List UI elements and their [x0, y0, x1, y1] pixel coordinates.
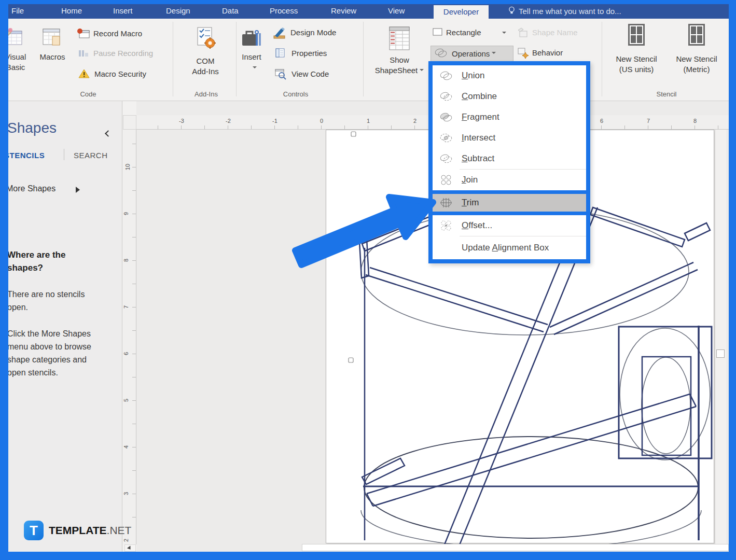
ruler-number: 1	[367, 118, 370, 124]
new-stencil-us-label2: (US units)	[605, 64, 668, 75]
rectangle-label: Rectangle	[446, 28, 481, 37]
template-net-watermark: T TEMPLATE.NET	[24, 521, 131, 540]
com-addins-label: COM	[185, 56, 226, 66]
dropdown-caret-icon	[253, 66, 257, 71]
macro-security-label: Macro Security	[94, 69, 146, 78]
offset-icon	[439, 220, 453, 231]
com-addins-icon	[193, 25, 218, 52]
dropdown-caret-icon	[502, 32, 506, 36]
tab-view[interactable]: View	[388, 6, 405, 15]
tab-review[interactable]: Review	[331, 6, 356, 15]
tab-divider	[64, 149, 64, 160]
window-grid-icon	[625, 23, 648, 50]
collapse-panel-icon[interactable]	[105, 130, 112, 137]
panel-heading: Where are the shapes?	[7, 248, 95, 274]
tab-developer-active[interactable]: Developer	[434, 5, 489, 19]
frame-top	[0, 0, 736, 4]
tab-stencils[interactable]: STENCILS	[4, 151, 45, 160]
more-shapes-menu[interactable]: More Shapes	[6, 184, 55, 193]
ruler-number: 7	[647, 118, 650, 124]
view-code-label: View Code	[291, 69, 329, 78]
behavior-icon	[517, 47, 529, 61]
subtract-icon	[439, 153, 453, 164]
design-mode-icon	[273, 27, 286, 41]
operations-button-pressed[interactable]: Operations	[431, 46, 513, 62]
tab-data[interactable]: Data	[222, 6, 239, 15]
rectangle-icon	[433, 28, 443, 38]
addins-group-label: Add-Ins	[184, 90, 228, 98]
pause-recording-icon	[78, 49, 89, 60]
stencil-group-label: Stencil	[638, 90, 695, 98]
ruler-corner	[123, 115, 136, 130]
ruler-number: 8	[693, 118, 697, 124]
tab-home[interactable]: Home	[61, 6, 82, 15]
ribbon-tab-bar: File Home Insert Design Data Process Rev…	[0, 4, 736, 19]
tab-design[interactable]: Design	[166, 6, 190, 15]
flyout-arrow-icon	[76, 187, 83, 193]
combine-icon	[439, 91, 453, 102]
tab-file[interactable]: File	[11, 6, 24, 15]
menu-item-join[interactable]: Join	[433, 170, 586, 190]
shapes-panel-title: Shapes	[7, 120, 57, 136]
ruler-number: 4	[123, 445, 129, 449]
ruler-number: 10	[124, 164, 131, 170]
tab-search[interactable]: SEARCH	[74, 151, 108, 160]
tell-me-label: Tell me what you want to do...	[519, 7, 621, 16]
menu-item-fragment[interactable]: Fragment	[433, 107, 586, 128]
frame-bottom	[0, 552, 736, 560]
tab-process[interactable]: Process	[270, 6, 298, 15]
record-macro-icon	[77, 28, 90, 41]
menu-item-label: Offset...	[462, 220, 492, 231]
com-addins-label2: Add-Ins	[185, 66, 226, 77]
menu-item-update-alignment-box[interactable]: Update Alignment Box	[433, 236, 586, 259]
macros-icon	[40, 26, 63, 51]
menu-item-label: Fragment	[462, 112, 499, 122]
frame-right	[729, 0, 736, 560]
scroll-corner-button[interactable]	[124, 544, 136, 552]
join-icon	[439, 174, 453, 186]
menu-item-subtract[interactable]: Subtract	[433, 148, 586, 169]
vertical-scrollbar-thumb[interactable]	[716, 349, 725, 358]
warning-triangle-icon	[78, 68, 90, 81]
ruler-number: 0	[320, 118, 323, 124]
toolbox-icon	[240, 27, 263, 51]
behavior-label: Behavior	[532, 48, 563, 57]
menu-item-offset[interactable]: Offset...	[433, 215, 586, 236]
new-stencil-metric-label2: (Metric)	[668, 64, 726, 75]
dropdown-caret-icon	[492, 52, 496, 56]
menu-item-intersect[interactable]: Intersect	[433, 128, 586, 148]
properties-icon	[275, 48, 285, 60]
menu-item-label: Subtract	[462, 153, 494, 164]
fragment-icon	[439, 111, 453, 123]
controls-group-label: Controls	[265, 90, 327, 98]
group-divider	[173, 22, 173, 96]
menu-item-label: Intersect	[462, 133, 495, 143]
group-divider	[363, 22, 364, 96]
menu-item-label: Update Alignment Box	[462, 243, 549, 253]
dropdown-caret-icon	[420, 69, 424, 73]
menu-item-trim-highlighted[interactable]: Trim	[433, 194, 586, 212]
operations-dropdown-menu: Union Combine Fragment Intersect Subtrac…	[428, 61, 590, 263]
new-stencil-us-label: New Stencil	[605, 54, 668, 64]
menu-item-union[interactable]: Union	[433, 65, 586, 86]
tab-insert[interactable]: Insert	[113, 6, 133, 15]
ruler-number: -1	[272, 118, 277, 124]
menu-item-combine[interactable]: Combine	[433, 86, 586, 107]
record-macro-label: Record Macro	[93, 29, 142, 38]
ruler-number: 6	[123, 352, 129, 355]
insert-control-label: Insert	[236, 52, 267, 62]
menu-item-label: Join	[462, 175, 478, 185]
show-shapesheet-label2: ShapeSheet	[371, 65, 428, 76]
trim-highlight-box: Trim	[433, 190, 586, 215]
menu-item-label: Union	[462, 71, 484, 81]
vertical-scrollbar[interactable]	[715, 130, 726, 544]
ruler-number: -2	[226, 118, 231, 124]
tell-me-box[interactable]: Tell me what you want to do...	[508, 6, 621, 16]
ruler-number: 6	[600, 118, 603, 124]
menu-item-label: Trim	[462, 198, 479, 208]
app-window: File Home Insert Design Data Process Rev…	[0, 0, 736, 560]
horizontal-scrollbar[interactable]	[302, 544, 729, 551]
overlapping-ellipses-icon	[434, 47, 448, 61]
template-logo-icon: T	[24, 521, 44, 540]
ruler-number: 2	[413, 118, 416, 124]
